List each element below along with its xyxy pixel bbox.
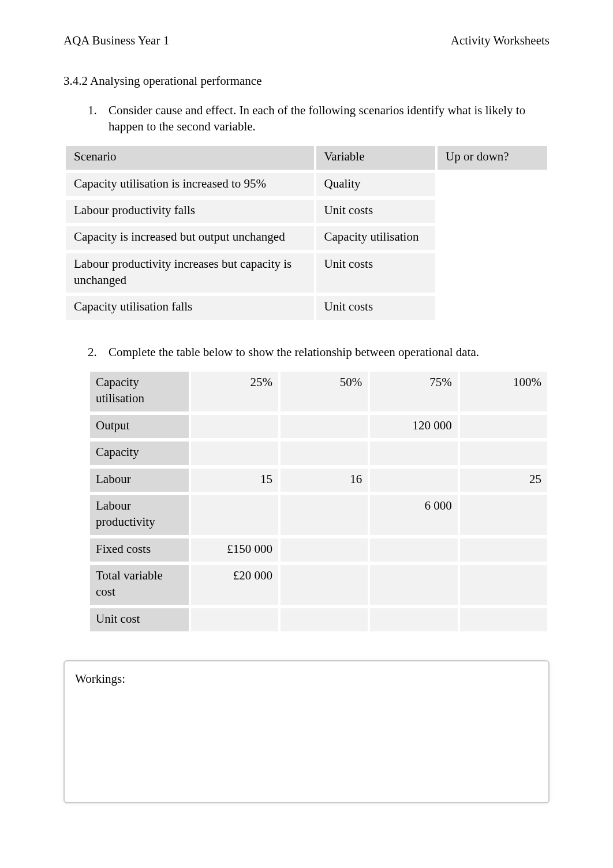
answer-cell[interactable] [281,565,368,605]
answer-cell[interactable] [370,442,457,465]
col-50: 50% [281,372,368,411]
answer-cell[interactable] [438,226,547,249]
answer-cell[interactable] [281,538,368,562]
data-cell: 16 [281,469,368,492]
answer-cell[interactable] [460,608,547,631]
col-25: 25% [191,372,278,411]
table-row: Unit cost [90,608,547,631]
scenario-cell: Labour productivity increases but capaci… [66,253,314,293]
row-unit-cost: Unit cost [90,608,189,631]
header-right: Activity Worksheets [451,32,550,48]
answer-cell[interactable] [281,495,368,535]
scenario-cell: Capacity is increased but output unchang… [66,226,314,249]
answer-cell[interactable] [370,608,457,631]
answer-cell[interactable] [191,415,278,438]
table-row: Capacity utilisation 25% 50% 75% 100% [90,372,547,411]
question-2-number: 2. [88,344,109,360]
data-cell: £150 000 [191,538,278,562]
answer-cell[interactable] [191,495,278,535]
col-variable: Variable [316,146,436,169]
scenario-table-header-row: Scenario Variable Up or down? [66,146,547,169]
table-row: Capacity utilisation falls Unit costs [66,296,547,319]
question-1-text: Consider cause and effect. In each of th… [109,102,550,135]
table-row: Total variable cost £20 000 [90,565,547,605]
answer-cell[interactable] [370,565,457,605]
answer-cell[interactable] [438,253,547,293]
variable-cell: Unit costs [316,253,436,293]
table-row: Labour productivity 6 000 [90,495,547,535]
table-row: Labour 15 16 25 [90,469,547,492]
question-2: 2. Complete the table below to show the … [63,344,550,360]
table-row: Capacity is increased but output unchang… [66,226,547,249]
data-cell: 120 000 [370,415,457,438]
col-up-or-down: Up or down? [438,146,547,169]
answer-cell[interactable] [460,565,547,605]
row-labour-productivity: Labour productivity [90,495,189,535]
row-total-variable-cost: Total variable cost [90,565,189,605]
answer-cell[interactable] [370,538,457,562]
operational-data-table: Capacity utilisation 25% 50% 75% 100% Ou… [88,368,550,635]
answer-cell[interactable] [438,200,547,223]
answer-cell[interactable] [460,415,547,438]
answer-cell[interactable] [370,469,457,492]
table-row: Fixed costs £150 000 [90,538,547,562]
answer-cell[interactable] [191,608,278,631]
answer-cell[interactable] [281,415,368,438]
question-1: 1. Consider cause and effect. In each of… [63,102,550,135]
answer-cell[interactable] [438,296,547,319]
scenario-table: Scenario Variable Up or down? Capacity u… [63,143,550,323]
page-header: AQA Business Year 1 Activity Worksheets [63,32,550,48]
answer-cell[interactable] [460,538,547,562]
variable-cell: Capacity utilisation [316,226,436,249]
data-cell: 15 [191,469,278,492]
table-row: Capacity utilisation is increased to 95%… [66,173,547,196]
row-capacity-utilisation: Capacity utilisation [90,372,189,411]
scenario-cell: Capacity utilisation is increased to 95% [66,173,314,196]
variable-cell: Unit costs [316,296,436,319]
answer-cell[interactable] [191,442,278,465]
workings-label: Workings: [75,672,125,686]
data-cell: 25 [460,469,547,492]
question-1-number: 1. [88,102,109,135]
variable-cell: Unit costs [316,200,436,223]
answer-cell[interactable] [460,495,547,535]
row-output: Output [90,415,189,438]
header-left: AQA Business Year 1 [63,32,169,48]
variable-cell: Quality [316,173,436,196]
answer-cell[interactable] [460,442,547,465]
section-title: 3.4.2 Analysing operational performance [63,73,550,89]
col-100: 100% [460,372,547,411]
col-75: 75% [370,372,457,411]
question-2-text: Complete the table below to show the rel… [109,344,550,360]
data-cell: £20 000 [191,565,278,605]
answer-cell[interactable] [438,173,547,196]
row-labour: Labour [90,469,189,492]
workings-box[interactable]: Workings: [63,660,550,803]
table-row: Labour productivity increases but capaci… [66,253,547,293]
answer-cell[interactable] [281,442,368,465]
table-row: Capacity [90,442,547,465]
col-scenario: Scenario [66,146,314,169]
scenario-cell: Labour productivity falls [66,200,314,223]
row-capacity: Capacity [90,442,189,465]
scenario-cell: Capacity utilisation falls [66,296,314,319]
table-row: Output 120 000 [90,415,547,438]
table-row: Labour productivity falls Unit costs [66,200,547,223]
answer-cell[interactable] [281,608,368,631]
row-fixed-costs: Fixed costs [90,538,189,562]
data-cell: 6 000 [370,495,457,535]
